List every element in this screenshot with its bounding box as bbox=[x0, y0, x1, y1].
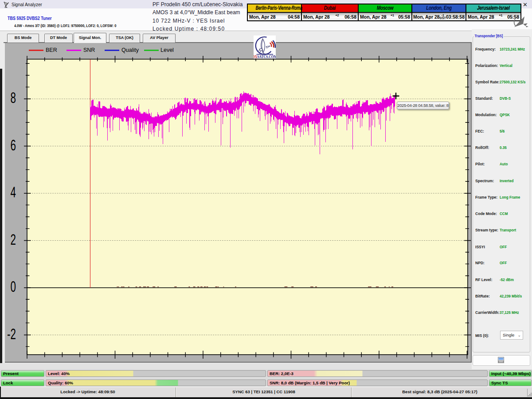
svg-text:DXSATCS.COM: DXSATCS.COM bbox=[254, 55, 276, 59]
svg-text:0: 0 bbox=[11, 278, 16, 295]
svg-text:4: 4 bbox=[11, 184, 16, 201]
svg-text:-2: -2 bbox=[7, 326, 16, 343]
svg-text:2: 2 bbox=[11, 231, 16, 248]
svg-text:8: 8 bbox=[11, 90, 16, 106]
svg-text:6: 6 bbox=[11, 137, 16, 154]
